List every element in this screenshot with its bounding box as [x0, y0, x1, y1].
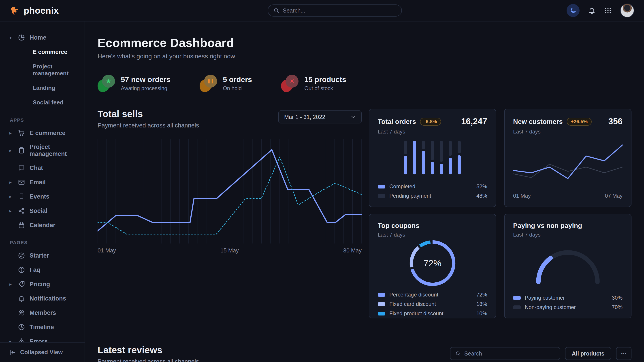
- sidebar-item-calendar[interactable]: Calendar: [10, 218, 80, 232]
- search-icon: [274, 7, 279, 14]
- compass-icon: [18, 252, 25, 259]
- collapse-arrow-icon: [10, 349, 16, 356]
- stat-value: 5 orders: [223, 75, 252, 84]
- new-customers-period: Last 7 days: [513, 129, 622, 135]
- order-bar: [413, 141, 416, 174]
- caret-right-icon: ▸: [10, 130, 14, 136]
- reviews-subtitle: Payment received across all channels: [98, 358, 199, 362]
- sidebar-subitem-social-feed[interactable]: Social feed: [33, 95, 80, 110]
- sidebar-item-home[interactable]: ▾Home: [10, 30, 80, 45]
- total-orders-badge: -6.8%: [420, 118, 441, 126]
- reviews-search[interactable]: [450, 347, 560, 360]
- collapsed-view-toggle[interactable]: Collapsed View: [0, 342, 84, 362]
- legend-value: 72%: [476, 292, 487, 298]
- sidebar-item-timeline[interactable]: Timeline: [10, 320, 80, 334]
- notifications-button[interactable]: [588, 7, 596, 14]
- order-bar: [449, 141, 452, 174]
- cart-icon: [18, 129, 25, 137]
- legend-label: Pending payment: [389, 193, 431, 199]
- sidebar-item-project-management[interactable]: ▸Project management: [10, 140, 80, 161]
- sidebar-subitem-project-management[interactable]: Project management: [33, 59, 80, 81]
- sidebar-item-chat[interactable]: Chat: [10, 161, 80, 175]
- date-range-select[interactable]: Mar 1 - 31, 2022: [278, 110, 362, 123]
- stat-red: ✕15 productsOut of stock: [281, 75, 346, 92]
- brand-logo[interactable]: phoenix: [10, 5, 59, 16]
- paying-card: Paying vs non paying Last 7 days Paying …: [504, 214, 632, 318]
- stat-sublabel: Awating processing: [121, 85, 170, 91]
- legend-value: 52%: [476, 183, 487, 190]
- user-avatar[interactable]: [620, 3, 634, 17]
- sidebar-subitem-e-commerce[interactable]: E commerce: [33, 45, 80, 59]
- clock-icon: [18, 324, 25, 331]
- legend-row: Pending payment48%: [378, 193, 487, 199]
- order-bar: [422, 141, 425, 174]
- order-bar: [440, 141, 443, 174]
- sidebar: ▾HomeE commerceProject managementLanding…: [0, 21, 85, 362]
- stat-green-icon: ★: [98, 75, 115, 92]
- warning-icon: [18, 338, 25, 342]
- sidebar-item-email[interactable]: ▸Email: [10, 175, 80, 189]
- global-search-input[interactable]: [283, 7, 396, 14]
- donut-center-label: 72%: [423, 258, 441, 268]
- sidebar-item-social[interactable]: ▸Social: [10, 204, 80, 218]
- chevron-down-icon: [350, 114, 356, 120]
- legend-value: 48%: [476, 193, 487, 199]
- top-coupons-period: Last 7 days: [378, 232, 487, 238]
- stats-row: ★57 new ordersAwating processing❚❚5 orde…: [98, 75, 632, 92]
- legend-row: Percentage discount72%: [378, 292, 487, 298]
- order-bar: [458, 141, 461, 174]
- nc-x-start: 01 May: [513, 193, 531, 199]
- chat-icon: [18, 164, 25, 171]
- sidebar-item-faq[interactable]: Faq: [10, 263, 80, 277]
- reviews-search-input[interactable]: [464, 350, 555, 357]
- sidebar-subitem-landing[interactable]: Landing: [33, 81, 80, 95]
- apps-grid-button[interactable]: [604, 7, 612, 14]
- total-sells-chart: [98, 139, 362, 244]
- stat-value: 57 new orders: [121, 75, 170, 84]
- reviews-more-button[interactable]: ⋯: [616, 347, 632, 360]
- stat-sublabel: On hold: [223, 85, 252, 91]
- paying-gauge-chart: [513, 238, 622, 292]
- total-sells-x-axis: 01 May 15 May 30 May: [98, 244, 362, 254]
- legend-row: Fixed product discount10%: [378, 310, 487, 317]
- reviews-title: Latest reviews: [98, 345, 199, 356]
- sidebar-item-label: Chat: [30, 165, 43, 171]
- sidebar-item-notifications[interactable]: Notifications: [10, 291, 80, 306]
- stat-orange-icon: ❚❚: [200, 75, 217, 92]
- caret-right-icon: ▸: [10, 208, 14, 214]
- sidebar-item-label: Members: [30, 310, 56, 316]
- theme-toggle-button[interactable]: [566, 4, 580, 17]
- sidebar-item-e-commerce[interactable]: ▸E commerce: [10, 126, 80, 140]
- legend-swatch: [378, 194, 385, 198]
- phoenix-logo-icon: [10, 5, 20, 16]
- legend-row: Paying customer30%: [513, 295, 622, 301]
- sidebar-item-errors[interactable]: ▸Errors: [10, 334, 80, 342]
- sidebar-item-starter[interactable]: Starter: [10, 248, 80, 263]
- legend-swatch: [378, 185, 385, 188]
- order-bar: [431, 141, 434, 174]
- bell-icon: [18, 295, 25, 302]
- legend-swatch: [378, 302, 385, 306]
- x-label-end: 30 May: [343, 247, 362, 254]
- total-orders-value: 16,247: [461, 117, 487, 126]
- share-icon: [18, 207, 25, 214]
- order-bar: [404, 141, 407, 174]
- home-submenu: E commerceProject managementLandingSocia…: [10, 45, 80, 110]
- sidebar-item-members[interactable]: Members: [10, 306, 80, 320]
- legend-value: 70%: [612, 304, 622, 310]
- global-search[interactable]: [268, 4, 402, 16]
- question-icon: [18, 266, 25, 274]
- all-products-button[interactable]: All products: [565, 347, 611, 360]
- brand-name: phoenix: [24, 5, 59, 16]
- sidebar-item-pricing[interactable]: ▸Pricing: [10, 277, 80, 291]
- sidebar-item-events[interactable]: ▸Events: [10, 189, 80, 204]
- new-customers-title: New customers: [513, 118, 563, 125]
- legend-swatch: [378, 312, 385, 316]
- sidebar-item-label: Events: [30, 193, 50, 200]
- sidebar-item-label: Pricing: [30, 281, 50, 288]
- sidebar-item-label: Timeline: [30, 324, 54, 331]
- sidebar-item-label: Home: [30, 34, 46, 41]
- legend-label: Percentage discount: [389, 292, 438, 298]
- top-navbar: phoenix: [0, 0, 644, 21]
- paying-title: Paying vs non paying: [513, 222, 582, 229]
